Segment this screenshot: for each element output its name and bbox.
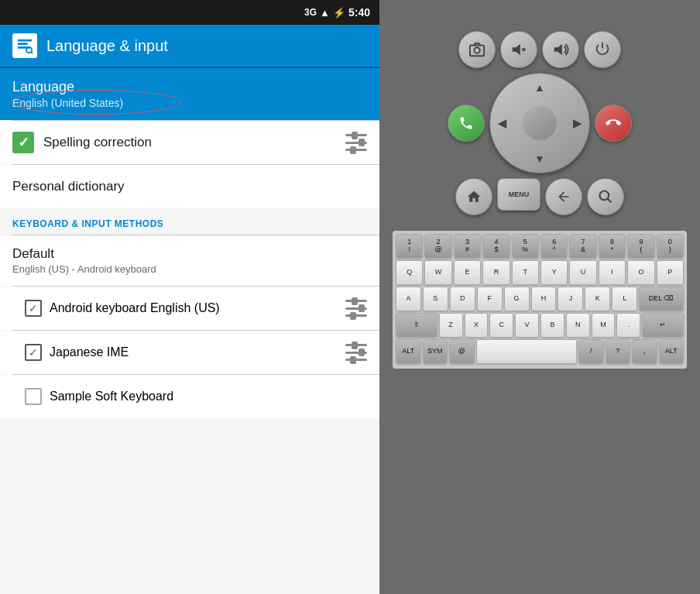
kb-row-asdf: A S D F G H J K L DEL ⌫ bbox=[396, 287, 684, 311]
kb-key-v[interactable]: V bbox=[515, 313, 539, 338]
japanese-ime-item[interactable]: ✓ Japanese IME bbox=[0, 331, 379, 374]
kb-key-a[interactable]: A bbox=[396, 287, 421, 311]
kb-key-slash[interactable]: / bbox=[578, 339, 604, 364]
kb-key-g[interactable]: G bbox=[504, 287, 530, 311]
kb-key-alt-right[interactable]: ALT bbox=[659, 339, 685, 364]
volume-up-button[interactable] bbox=[542, 31, 579, 68]
slider-line-1 bbox=[345, 134, 367, 136]
kb-key-c[interactable]: C bbox=[489, 313, 513, 338]
kb-key-y[interactable]: Y bbox=[540, 260, 568, 285]
kb-key-l[interactable]: L bbox=[612, 287, 637, 311]
default-keyboard-item[interactable]: Default English (US) - Android keyboard bbox=[0, 235, 379, 286]
kb-key-q[interactable]: Q bbox=[396, 260, 423, 285]
spelling-correction-item[interactable]: ✓ Spelling correction bbox=[0, 121, 379, 164]
kb-key-space[interactable] bbox=[476, 339, 578, 364]
kb-key-s[interactable]: S bbox=[423, 287, 448, 311]
volume-down-button[interactable] bbox=[500, 31, 537, 68]
language-title: Language bbox=[12, 79, 367, 95]
dpad-center-button[interactable] bbox=[523, 106, 557, 140]
kb-key-sym[interactable]: SYM bbox=[423, 339, 448, 364]
sample-soft-keyboard-item[interactable]: Sample Soft Keyboard bbox=[0, 375, 379, 418]
kb-key-7[interactable]: 7& bbox=[569, 234, 596, 259]
kb-key-4[interactable]: 4$ bbox=[482, 234, 510, 259]
sample-soft-checkbox[interactable] bbox=[25, 388, 42, 405]
dpad-right-arrow: ▶ bbox=[573, 117, 582, 129]
spelling-checkbox[interactable]: ✓ bbox=[12, 132, 34, 153]
menu-button[interactable]: MENU bbox=[497, 178, 540, 211]
kb-key-i[interactable]: I bbox=[599, 260, 626, 285]
kb-key-5[interactable]: 5% bbox=[512, 234, 539, 259]
kb-key-at[interactable]: @ bbox=[449, 339, 475, 364]
ak-slider-1 bbox=[345, 300, 367, 302]
kb-key-0[interactable]: 0) bbox=[657, 234, 684, 259]
kb-key-alt-left[interactable]: ALT bbox=[396, 339, 421, 364]
personal-dictionary-item[interactable]: Personal dictionary bbox=[0, 165, 379, 208]
header: Language & input bbox=[0, 25, 379, 68]
ji-slider-1 bbox=[345, 344, 367, 346]
kb-key-z[interactable]: Z bbox=[439, 313, 463, 338]
svg-point-11 bbox=[600, 191, 609, 201]
kb-key-2[interactable]: 2@ bbox=[424, 234, 451, 259]
kb-key-w[interactable]: W bbox=[424, 260, 451, 285]
end-call-button[interactable] bbox=[595, 105, 632, 142]
svg-rect-0 bbox=[18, 39, 32, 42]
kb-key-period[interactable]: . bbox=[616, 313, 640, 338]
power-button[interactable] bbox=[584, 31, 621, 68]
kb-key-e[interactable]: E bbox=[454, 260, 481, 285]
search-button[interactable] bbox=[587, 178, 624, 215]
default-title: Default bbox=[12, 246, 156, 262]
keyboard-section-title: KEYBOARD & INPUT METHODS bbox=[12, 218, 163, 229]
kb-key-1[interactable]: 1! bbox=[396, 234, 423, 259]
japanese-ime-title: Japanese IME bbox=[50, 345, 129, 359]
kb-row-zxcv: ⇧ Z X C V B N M . ↵ bbox=[396, 313, 684, 338]
camera-button[interactable] bbox=[458, 31, 496, 68]
kb-key-d[interactable]: D bbox=[450, 287, 475, 311]
kb-key-del[interactable]: DEL ⌫ bbox=[639, 287, 684, 311]
kb-key-b[interactable]: B bbox=[540, 313, 564, 338]
kb-key-6[interactable]: 6^ bbox=[540, 234, 568, 259]
japanese-ime-settings-icon[interactable] bbox=[345, 344, 367, 361]
kb-key-t[interactable]: T bbox=[512, 260, 539, 285]
android-keyboard-checkbox[interactable]: ✓ bbox=[25, 300, 42, 317]
svg-point-6 bbox=[474, 47, 479, 53]
kb-key-k[interactable]: K bbox=[585, 287, 610, 311]
sample-soft-title: Sample Soft Keyboard bbox=[50, 390, 173, 403]
dpad[interactable]: ▲ ▼ ◀ ▶ bbox=[489, 73, 590, 173]
kb-key-u[interactable]: U bbox=[569, 260, 596, 285]
back-button[interactable] bbox=[545, 178, 582, 215]
signal-indicator: 3G bbox=[304, 7, 317, 18]
personal-dict-title: Personal dictionary bbox=[12, 179, 125, 194]
spelling-settings-icon[interactable] bbox=[345, 134, 367, 151]
kb-key-question[interactable]: ? bbox=[606, 339, 631, 364]
kb-key-x[interactable]: X bbox=[465, 313, 489, 338]
japanese-ime-check: ✓ bbox=[29, 346, 38, 359]
kb-key-3[interactable]: 3# bbox=[454, 234, 481, 259]
phone-panel: 3G ▲ ⚡ 5:40 Language & input Language En… bbox=[0, 0, 379, 594]
kb-key-comma[interactable]: , bbox=[632, 339, 657, 364]
middle-control-row: ▲ ▼ ◀ ▶ bbox=[448, 73, 632, 173]
language-item[interactable]: Language English (United States) bbox=[0, 68, 379, 120]
check-mark: ✓ bbox=[18, 134, 29, 151]
kb-key-f[interactable]: F bbox=[477, 287, 503, 311]
call-button[interactable] bbox=[448, 105, 485, 142]
kb-row-bottom: ALT SYM @ / ? , ALT bbox=[396, 339, 684, 364]
kb-key-n[interactable]: N bbox=[566, 313, 590, 338]
kb-key-h[interactable]: H bbox=[531, 287, 557, 311]
android-keyboard-settings-icon[interactable] bbox=[345, 300, 367, 317]
android-keyboard-item[interactable]: ✓ Android keyboard English (US) bbox=[0, 287, 379, 330]
kb-key-r[interactable]: R bbox=[482, 260, 510, 285]
kb-key-o[interactable]: O bbox=[627, 260, 654, 285]
japanese-ime-checkbox[interactable]: ✓ bbox=[25, 344, 42, 361]
kb-key-shift[interactable]: ⇧ bbox=[396, 313, 438, 338]
kb-key-j[interactable]: J bbox=[558, 287, 583, 311]
kb-key-8[interactable]: 8* bbox=[599, 234, 626, 259]
kb-key-p[interactable]: P bbox=[657, 260, 684, 285]
dpad-left-arrow: ◀ bbox=[498, 117, 506, 129]
settings-icon-container bbox=[12, 33, 37, 58]
kb-key-9[interactable]: 9( bbox=[627, 234, 654, 259]
kb-key-m[interactable]: M bbox=[592, 313, 616, 338]
language-subtitle: English (United States) bbox=[12, 97, 367, 109]
svg-marker-10 bbox=[554, 44, 562, 56]
home-button[interactable] bbox=[455, 178, 492, 215]
kb-key-enter[interactable]: ↵ bbox=[642, 313, 684, 338]
